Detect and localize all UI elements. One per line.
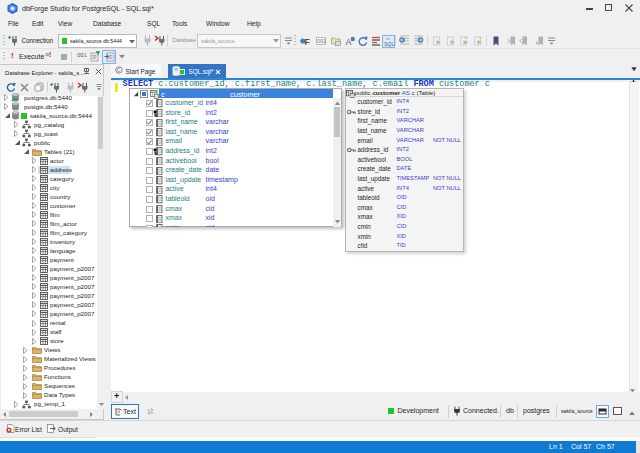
svg-text:001: 001 — [317, 38, 326, 44]
svg-text:SQL: SQL — [384, 41, 394, 47]
svg-text:F: F — [304, 36, 309, 45]
svg-text:A: A — [345, 36, 351, 45]
